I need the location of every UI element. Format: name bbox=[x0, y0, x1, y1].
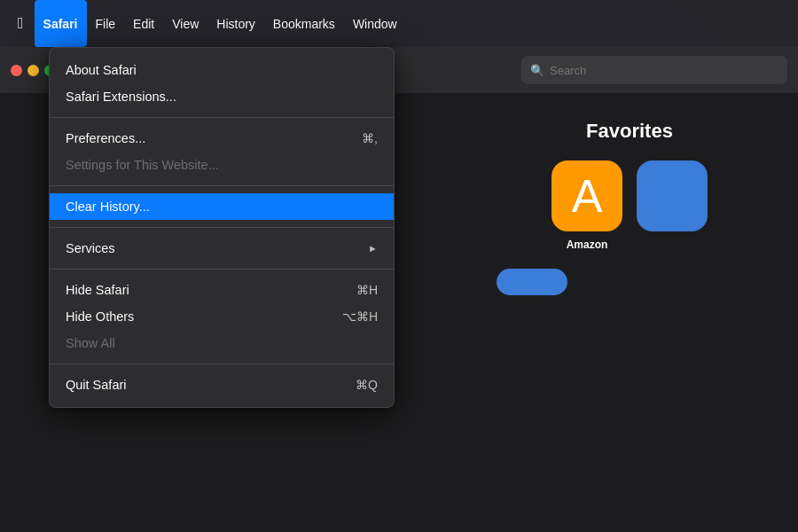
menu-item-about-safari[interactable]: About Safari bbox=[50, 57, 394, 83]
preferences-label: Preferences... bbox=[66, 131, 145, 145]
hide-safari-label: Hide Safari bbox=[66, 283, 129, 297]
menu-section-quit: Quit Safari ⌘Q bbox=[50, 368, 394, 402]
divider-1 bbox=[50, 117, 394, 118]
favorites-section: Favorites A Amazon bbox=[497, 120, 763, 295]
menu-section-services: Services ► bbox=[50, 231, 394, 265]
hide-others-label: Hide Others bbox=[66, 309, 134, 324]
safari-dropdown-menu: About Safari Safari Extensions... Prefer… bbox=[49, 47, 395, 408]
divider-2 bbox=[50, 185, 394, 186]
history-menu[interactable]: History bbox=[207, 0, 264, 47]
menu-section-prefs: Preferences... ⌘, Settings for This Webs… bbox=[50, 121, 394, 182]
file-menu[interactable]: File bbox=[87, 0, 125, 47]
favorites-title: Favorites bbox=[497, 120, 763, 143]
divider-5 bbox=[50, 364, 394, 364]
edit-menu[interactable]: Edit bbox=[124, 0, 163, 47]
menu-item-safari-extensions[interactable]: Safari Extensions... bbox=[50, 83, 394, 110]
quit-safari-label: Quit Safari bbox=[66, 378, 127, 392]
hide-safari-shortcut: ⌘H bbox=[356, 283, 378, 297]
favorites-grid: A Amazon bbox=[497, 160, 763, 251]
menu-section-clear: Clear History... bbox=[50, 190, 394, 223]
divider-3 bbox=[50, 227, 394, 228]
menu-item-hide-safari[interactable]: Hide Safari ⌘H bbox=[50, 277, 394, 303]
quit-safari-shortcut: ⌘Q bbox=[356, 378, 378, 392]
search-bar[interactable]: 🔍 bbox=[521, 56, 787, 84]
show-all-label: Show All bbox=[66, 336, 115, 350]
menu-item-hide-others[interactable]: Hide Others ⌥⌘H bbox=[50, 303, 394, 330]
services-arrow-icon: ► bbox=[368, 243, 378, 254]
menu-item-clear-history[interactable]: Clear History... bbox=[50, 193, 394, 220]
menu-section-about: About Safari Safari Extensions... bbox=[50, 53, 394, 113]
favorite-amazon[interactable]: A Amazon bbox=[552, 160, 622, 251]
menu-item-preferences[interactable]: Preferences... ⌘, bbox=[50, 125, 394, 152]
hide-others-shortcut: ⌥⌘H bbox=[342, 309, 378, 324]
menu-item-services[interactable]: Services ► bbox=[50, 235, 394, 262]
about-safari-label: About Safari bbox=[66, 63, 137, 77]
menubar:  Safari File Edit View History Bookmark… bbox=[0, 0, 798, 47]
divider-4 bbox=[50, 269, 394, 270]
search-input[interactable] bbox=[550, 64, 778, 77]
amazon-icon: A bbox=[552, 160, 622, 231]
amazon-label: Amazon bbox=[567, 239, 608, 251]
settings-website-label: Settings for This Website... bbox=[66, 158, 219, 172]
services-label: Services bbox=[66, 241, 115, 255]
unknown-icon bbox=[637, 160, 708, 231]
menu-item-quit-safari[interactable]: Quit Safari ⌘Q bbox=[50, 372, 394, 398]
apple-menu[interactable]:  bbox=[7, 0, 35, 47]
favorite-unknown[interactable] bbox=[637, 160, 708, 251]
preferences-shortcut: ⌘, bbox=[362, 131, 378, 145]
bookmarks-menu[interactable]: Bookmarks bbox=[264, 0, 344, 47]
safari-extensions-label: Safari Extensions... bbox=[66, 90, 176, 104]
amazon-letter: A bbox=[572, 169, 603, 223]
clear-history-label: Clear History... bbox=[66, 200, 150, 214]
window-menu[interactable]: Window bbox=[344, 0, 406, 47]
view-menu[interactable]: View bbox=[163, 0, 207, 47]
menu-section-hide: Hide Safari ⌘H Hide Others ⌥⌘H Show All bbox=[50, 273, 394, 360]
close-button[interactable] bbox=[11, 65, 22, 76]
search-icon: 🔍 bbox=[530, 64, 544, 77]
menu-item-show-all: Show All bbox=[50, 330, 394, 356]
blue-button bbox=[497, 269, 567, 295]
minimize-button[interactable] bbox=[27, 65, 39, 76]
safari-menu[interactable]: Safari bbox=[35, 0, 87, 47]
menu-item-settings-website: Settings for This Website... bbox=[50, 152, 394, 178]
